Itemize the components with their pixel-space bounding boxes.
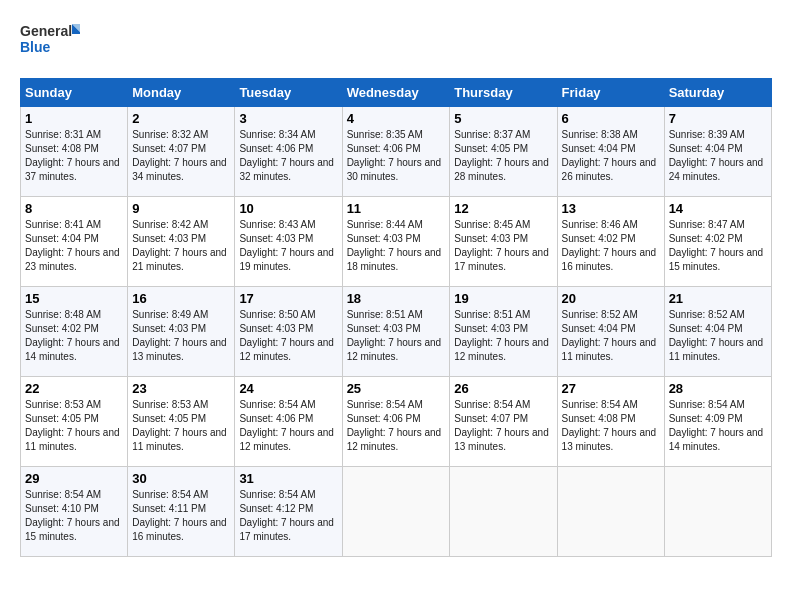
calendar-day-cell: 24 Sunrise: 8:54 AMSunset: 4:06 PMDaylig… bbox=[235, 377, 342, 467]
day-number: 10 bbox=[239, 201, 337, 216]
calendar-day-cell: 8 Sunrise: 8:41 AMSunset: 4:04 PMDayligh… bbox=[21, 197, 128, 287]
day-details: Sunrise: 8:39 AMSunset: 4:04 PMDaylight:… bbox=[669, 129, 764, 182]
day-details: Sunrise: 8:38 AMSunset: 4:04 PMDaylight:… bbox=[562, 129, 657, 182]
calendar-day-cell: 22 Sunrise: 8:53 AMSunset: 4:05 PMDaylig… bbox=[21, 377, 128, 467]
day-number: 18 bbox=[347, 291, 446, 306]
calendar-day-cell: 10 Sunrise: 8:43 AMSunset: 4:03 PMDaylig… bbox=[235, 197, 342, 287]
day-number: 29 bbox=[25, 471, 123, 486]
calendar-day-cell: 31 Sunrise: 8:54 AMSunset: 4:12 PMDaylig… bbox=[235, 467, 342, 557]
day-number: 27 bbox=[562, 381, 660, 396]
day-number: 8 bbox=[25, 201, 123, 216]
day-number: 13 bbox=[562, 201, 660, 216]
day-details: Sunrise: 8:54 AMSunset: 4:07 PMDaylight:… bbox=[454, 399, 549, 452]
day-details: Sunrise: 8:54 AMSunset: 4:06 PMDaylight:… bbox=[347, 399, 442, 452]
day-details: Sunrise: 8:50 AMSunset: 4:03 PMDaylight:… bbox=[239, 309, 334, 362]
calendar-day-cell bbox=[557, 467, 664, 557]
calendar-week-row: 8 Sunrise: 8:41 AMSunset: 4:04 PMDayligh… bbox=[21, 197, 772, 287]
calendar-day-cell: 6 Sunrise: 8:38 AMSunset: 4:04 PMDayligh… bbox=[557, 107, 664, 197]
calendar-day-cell: 12 Sunrise: 8:45 AMSunset: 4:03 PMDaylig… bbox=[450, 197, 557, 287]
day-number: 30 bbox=[132, 471, 230, 486]
day-number: 12 bbox=[454, 201, 552, 216]
day-of-week-header: Friday bbox=[557, 79, 664, 107]
logo-svg: General Blue bbox=[20, 20, 80, 62]
day-number: 20 bbox=[562, 291, 660, 306]
calendar-day-cell: 9 Sunrise: 8:42 AMSunset: 4:03 PMDayligh… bbox=[128, 197, 235, 287]
calendar-week-row: 22 Sunrise: 8:53 AMSunset: 4:05 PMDaylig… bbox=[21, 377, 772, 467]
day-number: 11 bbox=[347, 201, 446, 216]
calendar-day-cell bbox=[664, 467, 771, 557]
day-details: Sunrise: 8:47 AMSunset: 4:02 PMDaylight:… bbox=[669, 219, 764, 272]
day-number: 4 bbox=[347, 111, 446, 126]
calendar-week-row: 1 Sunrise: 8:31 AMSunset: 4:08 PMDayligh… bbox=[21, 107, 772, 197]
day-number: 14 bbox=[669, 201, 767, 216]
day-details: Sunrise: 8:54 AMSunset: 4:11 PMDaylight:… bbox=[132, 489, 227, 542]
calendar-day-cell: 15 Sunrise: 8:48 AMSunset: 4:02 PMDaylig… bbox=[21, 287, 128, 377]
page-header: General Blue bbox=[20, 20, 772, 62]
day-details: Sunrise: 8:54 AMSunset: 4:12 PMDaylight:… bbox=[239, 489, 334, 542]
day-details: Sunrise: 8:51 AMSunset: 4:03 PMDaylight:… bbox=[347, 309, 442, 362]
day-details: Sunrise: 8:52 AMSunset: 4:04 PMDaylight:… bbox=[562, 309, 657, 362]
svg-text:General: General bbox=[20, 23, 72, 39]
calendar-day-cell: 3 Sunrise: 8:34 AMSunset: 4:06 PMDayligh… bbox=[235, 107, 342, 197]
day-details: Sunrise: 8:54 AMSunset: 4:06 PMDaylight:… bbox=[239, 399, 334, 452]
day-details: Sunrise: 8:34 AMSunset: 4:06 PMDaylight:… bbox=[239, 129, 334, 182]
day-number: 25 bbox=[347, 381, 446, 396]
day-of-week-header: Wednesday bbox=[342, 79, 450, 107]
calendar-week-row: 15 Sunrise: 8:48 AMSunset: 4:02 PMDaylig… bbox=[21, 287, 772, 377]
day-details: Sunrise: 8:32 AMSunset: 4:07 PMDaylight:… bbox=[132, 129, 227, 182]
calendar-day-cell: 7 Sunrise: 8:39 AMSunset: 4:04 PMDayligh… bbox=[664, 107, 771, 197]
day-number: 9 bbox=[132, 201, 230, 216]
day-number: 31 bbox=[239, 471, 337, 486]
day-of-week-header: Monday bbox=[128, 79, 235, 107]
calendar-day-cell: 30 Sunrise: 8:54 AMSunset: 4:11 PMDaylig… bbox=[128, 467, 235, 557]
calendar-week-row: 29 Sunrise: 8:54 AMSunset: 4:10 PMDaylig… bbox=[21, 467, 772, 557]
svg-text:Blue: Blue bbox=[20, 39, 51, 55]
calendar-day-cell: 29 Sunrise: 8:54 AMSunset: 4:10 PMDaylig… bbox=[21, 467, 128, 557]
day-details: Sunrise: 8:43 AMSunset: 4:03 PMDaylight:… bbox=[239, 219, 334, 272]
day-details: Sunrise: 8:42 AMSunset: 4:03 PMDaylight:… bbox=[132, 219, 227, 272]
calendar-day-cell: 27 Sunrise: 8:54 AMSunset: 4:08 PMDaylig… bbox=[557, 377, 664, 467]
calendar-day-cell: 21 Sunrise: 8:52 AMSunset: 4:04 PMDaylig… bbox=[664, 287, 771, 377]
calendar-day-cell: 25 Sunrise: 8:54 AMSunset: 4:06 PMDaylig… bbox=[342, 377, 450, 467]
day-details: Sunrise: 8:53 AMSunset: 4:05 PMDaylight:… bbox=[132, 399, 227, 452]
day-details: Sunrise: 8:35 AMSunset: 4:06 PMDaylight:… bbox=[347, 129, 442, 182]
day-details: Sunrise: 8:53 AMSunset: 4:05 PMDaylight:… bbox=[25, 399, 120, 452]
day-details: Sunrise: 8:54 AMSunset: 4:08 PMDaylight:… bbox=[562, 399, 657, 452]
day-number: 2 bbox=[132, 111, 230, 126]
day-number: 7 bbox=[669, 111, 767, 126]
calendar-day-cell: 23 Sunrise: 8:53 AMSunset: 4:05 PMDaylig… bbox=[128, 377, 235, 467]
calendar-day-cell: 16 Sunrise: 8:49 AMSunset: 4:03 PMDaylig… bbox=[128, 287, 235, 377]
day-details: Sunrise: 8:54 AMSunset: 4:10 PMDaylight:… bbox=[25, 489, 120, 542]
day-number: 22 bbox=[25, 381, 123, 396]
day-of-week-header: Sunday bbox=[21, 79, 128, 107]
day-details: Sunrise: 8:46 AMSunset: 4:02 PMDaylight:… bbox=[562, 219, 657, 272]
calendar-day-cell: 14 Sunrise: 8:47 AMSunset: 4:02 PMDaylig… bbox=[664, 197, 771, 287]
calendar-day-cell: 1 Sunrise: 8:31 AMSunset: 4:08 PMDayligh… bbox=[21, 107, 128, 197]
day-of-week-header: Tuesday bbox=[235, 79, 342, 107]
day-details: Sunrise: 8:45 AMSunset: 4:03 PMDaylight:… bbox=[454, 219, 549, 272]
day-details: Sunrise: 8:48 AMSunset: 4:02 PMDaylight:… bbox=[25, 309, 120, 362]
calendar-day-cell: 5 Sunrise: 8:37 AMSunset: 4:05 PMDayligh… bbox=[450, 107, 557, 197]
logo: General Blue bbox=[20, 20, 80, 62]
day-of-week-header: Thursday bbox=[450, 79, 557, 107]
calendar-day-cell: 11 Sunrise: 8:44 AMSunset: 4:03 PMDaylig… bbox=[342, 197, 450, 287]
calendar-day-cell: 19 Sunrise: 8:51 AMSunset: 4:03 PMDaylig… bbox=[450, 287, 557, 377]
day-details: Sunrise: 8:44 AMSunset: 4:03 PMDaylight:… bbox=[347, 219, 442, 272]
calendar-table: SundayMondayTuesdayWednesdayThursdayFrid… bbox=[20, 78, 772, 557]
day-number: 23 bbox=[132, 381, 230, 396]
day-number: 28 bbox=[669, 381, 767, 396]
calendar-day-cell: 20 Sunrise: 8:52 AMSunset: 4:04 PMDaylig… bbox=[557, 287, 664, 377]
day-number: 24 bbox=[239, 381, 337, 396]
calendar-day-cell: 26 Sunrise: 8:54 AMSunset: 4:07 PMDaylig… bbox=[450, 377, 557, 467]
calendar-day-cell: 28 Sunrise: 8:54 AMSunset: 4:09 PMDaylig… bbox=[664, 377, 771, 467]
day-number: 3 bbox=[239, 111, 337, 126]
calendar-header-row: SundayMondayTuesdayWednesdayThursdayFrid… bbox=[21, 79, 772, 107]
day-number: 5 bbox=[454, 111, 552, 126]
calendar-day-cell: 17 Sunrise: 8:50 AMSunset: 4:03 PMDaylig… bbox=[235, 287, 342, 377]
day-number: 26 bbox=[454, 381, 552, 396]
day-details: Sunrise: 8:31 AMSunset: 4:08 PMDaylight:… bbox=[25, 129, 120, 182]
calendar-day-cell: 18 Sunrise: 8:51 AMSunset: 4:03 PMDaylig… bbox=[342, 287, 450, 377]
calendar-day-cell bbox=[450, 467, 557, 557]
day-details: Sunrise: 8:51 AMSunset: 4:03 PMDaylight:… bbox=[454, 309, 549, 362]
day-details: Sunrise: 8:41 AMSunset: 4:04 PMDaylight:… bbox=[25, 219, 120, 272]
